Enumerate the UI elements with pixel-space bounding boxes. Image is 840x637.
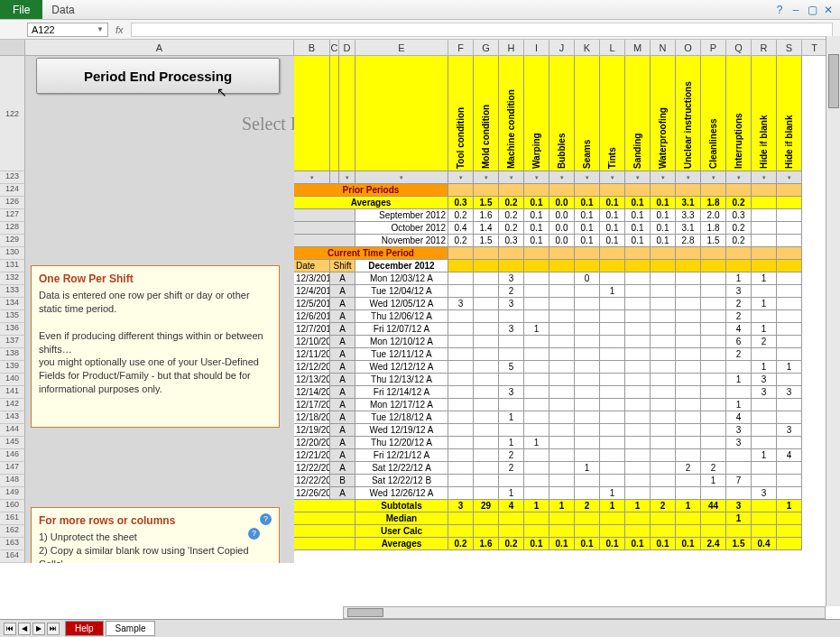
cell[interactable]: Hide if blank bbox=[752, 56, 777, 171]
cell[interactable]: 2 bbox=[726, 348, 752, 361]
cell[interactable]: 1 bbox=[726, 374, 752, 386]
cell[interactable]: 1 bbox=[600, 500, 625, 512]
cell[interactable] bbox=[701, 386, 726, 399]
cell[interactable]: 0.3 bbox=[499, 235, 524, 247]
cell[interactable] bbox=[448, 462, 474, 475]
cell[interactable] bbox=[752, 462, 777, 475]
help-dot-icon[interactable]: ? bbox=[260, 513, 272, 525]
cell[interactable]: 1.5 bbox=[701, 235, 726, 247]
col-M[interactable]: M bbox=[625, 40, 651, 55]
cell[interactable]: 3.1 bbox=[676, 222, 701, 235]
sheet-tab-sample[interactable]: Sample bbox=[106, 621, 156, 636]
col-A[interactable]: A bbox=[25, 40, 294, 55]
cell[interactable] bbox=[575, 525, 600, 538]
cell[interactable]: 1 bbox=[752, 323, 777, 336]
cell[interactable] bbox=[499, 310, 524, 323]
cell[interactable] bbox=[777, 411, 802, 424]
cell[interactable] bbox=[752, 209, 777, 222]
cell[interactable] bbox=[777, 512, 802, 525]
cell[interactable] bbox=[524, 336, 549, 348]
cell[interactable]: 12/6/2012 bbox=[294, 310, 330, 323]
cell[interactable]: 1 bbox=[499, 437, 524, 449]
cell[interactable] bbox=[625, 272, 651, 285]
cell[interactable] bbox=[625, 184, 651, 197]
cell[interactable] bbox=[448, 386, 474, 399]
cell[interactable] bbox=[575, 361, 600, 374]
cell[interactable] bbox=[701, 361, 726, 374]
cell[interactable] bbox=[600, 323, 625, 336]
cell[interactable]: 0.2 bbox=[499, 197, 524, 209]
cell[interactable] bbox=[575, 512, 600, 525]
cell[interactable] bbox=[575, 487, 600, 500]
cell[interactable]: 1.4 bbox=[474, 222, 499, 235]
cell[interactable]: A bbox=[330, 336, 355, 348]
cell[interactable]: 3 bbox=[752, 374, 777, 386]
cell[interactable] bbox=[625, 298, 651, 310]
cell[interactable]: 12/14/2012 bbox=[294, 386, 330, 399]
cell[interactable] bbox=[575, 336, 600, 348]
cell[interactable]: A bbox=[330, 462, 355, 475]
cell[interactable]: 3 bbox=[726, 500, 752, 512]
period-end-processing-button[interactable]: Period End Processing bbox=[36, 58, 280, 94]
cell[interactable]: 2 bbox=[499, 285, 524, 298]
cell[interactable]: 1 bbox=[575, 462, 600, 475]
cell[interactable]: 1 bbox=[524, 437, 549, 449]
cell[interactable]: A bbox=[330, 386, 355, 399]
cell[interactable] bbox=[549, 184, 575, 197]
cell[interactable]: ▾ bbox=[448, 171, 474, 184]
cell[interactable] bbox=[726, 487, 752, 500]
cell[interactable]: 0.2 bbox=[448, 538, 474, 550]
cell[interactable] bbox=[575, 475, 600, 487]
cell[interactable]: 12/26/2012 bbox=[294, 487, 330, 500]
cell[interactable]: 12/18/2012 bbox=[294, 411, 330, 424]
cell[interactable] bbox=[549, 374, 575, 386]
cell[interactable] bbox=[752, 399, 777, 411]
cell[interactable] bbox=[499, 336, 524, 348]
cell[interactable]: 44 bbox=[701, 500, 726, 512]
cell[interactable] bbox=[600, 298, 625, 310]
cell[interactable] bbox=[524, 298, 549, 310]
cell[interactable] bbox=[575, 310, 600, 323]
cell[interactable]: B bbox=[330, 475, 355, 487]
cell[interactable]: 12/20/2012 bbox=[294, 437, 330, 449]
cell[interactable] bbox=[575, 247, 600, 260]
cell[interactable] bbox=[625, 310, 651, 323]
cell[interactable]: Tints bbox=[600, 56, 625, 171]
cell[interactable] bbox=[777, 310, 802, 323]
cell[interactable]: 3 bbox=[726, 285, 752, 298]
cell[interactable] bbox=[474, 374, 499, 386]
cell[interactable] bbox=[524, 525, 549, 538]
cell[interactable]: Averages bbox=[355, 538, 448, 550]
cell[interactable] bbox=[524, 411, 549, 424]
cell[interactable] bbox=[600, 411, 625, 424]
cell[interactable] bbox=[575, 260, 600, 272]
cell[interactable]: December 2012 bbox=[355, 260, 448, 272]
cell[interactable] bbox=[777, 348, 802, 361]
cell[interactable]: 12/22/2012 bbox=[294, 462, 330, 475]
cell[interactable] bbox=[600, 336, 625, 348]
cell[interactable]: A bbox=[330, 487, 355, 500]
cell[interactable] bbox=[676, 424, 701, 437]
cell[interactable] bbox=[339, 56, 355, 171]
cell[interactable] bbox=[448, 449, 474, 462]
cell[interactable]: 0.1 bbox=[524, 197, 549, 209]
cell[interactable] bbox=[448, 399, 474, 411]
cell[interactable] bbox=[777, 399, 802, 411]
cell[interactable] bbox=[474, 298, 499, 310]
cell[interactable] bbox=[676, 437, 701, 449]
cell[interactable] bbox=[625, 361, 651, 374]
cell[interactable] bbox=[600, 512, 625, 525]
cell[interactable]: 0.1 bbox=[524, 222, 549, 235]
cell[interactable]: Wed 12/19/12 A bbox=[355, 424, 448, 437]
cell[interactable]: 0.3 bbox=[726, 209, 752, 222]
cell[interactable] bbox=[448, 323, 474, 336]
cell[interactable]: 1 bbox=[701, 475, 726, 487]
cell[interactable] bbox=[701, 424, 726, 437]
cell[interactable] bbox=[474, 336, 499, 348]
cell[interactable]: 1 bbox=[777, 361, 802, 374]
cell[interactable] bbox=[575, 386, 600, 399]
col-D[interactable]: D bbox=[339, 40, 355, 55]
cell[interactable]: ▾ bbox=[339, 171, 355, 184]
cell[interactable] bbox=[726, 449, 752, 462]
cell[interactable] bbox=[600, 361, 625, 374]
